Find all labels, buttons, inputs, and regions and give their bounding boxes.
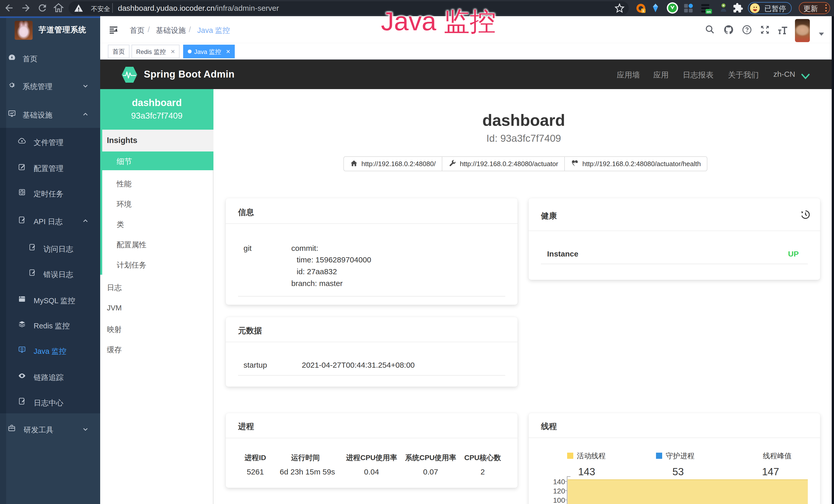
svg-text:1: 1 xyxy=(642,9,644,13)
svg-text:on: on xyxy=(707,10,711,14)
